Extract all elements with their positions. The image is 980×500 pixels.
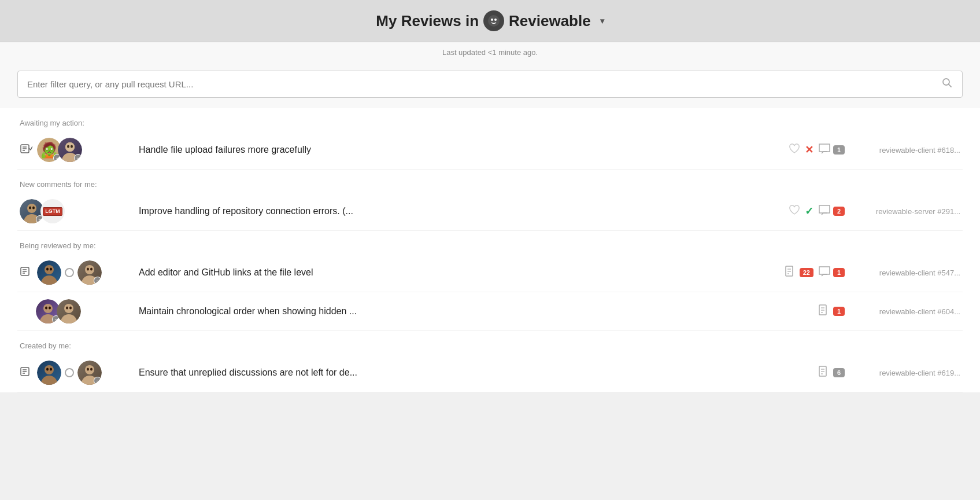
- comment-count-wrap: 1: [818, 143, 845, 157]
- svg-point-2: [494, 19, 497, 21]
- avatar-badge-minus2: −: [74, 154, 82, 162]
- pr-title[interactable]: Handle file upload failures more gracefu…: [130, 145, 741, 155]
- review-icon: [20, 265, 32, 281]
- comment-badge: 1: [833, 145, 845, 155]
- circle-icon: [65, 368, 74, 377]
- svg-point-22: [45, 265, 54, 274]
- comment-count-wrap: 1: [818, 266, 845, 280]
- logo-icon: [487, 14, 500, 27]
- avatars-row5: −: [20, 361, 130, 385]
- section-new-comments: New comments for me: − LGTM: [17, 170, 963, 231]
- avatars-row4: −: [20, 299, 130, 323]
- section-created-label: Created by me:: [17, 341, 963, 350]
- svg-point-29: [90, 268, 93, 271]
- svg-point-52: [46, 368, 49, 371]
- svg-point-14: [27, 204, 36, 213]
- comment-icon: [818, 266, 831, 280]
- svg-point-26: [85, 265, 94, 274]
- svg-point-40: [66, 307, 68, 310]
- avatar: −: [77, 361, 102, 385]
- header-dropdown[interactable]: ▾: [600, 16, 604, 25]
- svg-point-16: [29, 207, 31, 209]
- row-actions: 22 1: [741, 266, 845, 280]
- row-actions: 6: [741, 366, 845, 380]
- doc-badge: 22: [800, 268, 813, 277]
- repo-link[interactable]: reviewable-server #291...: [845, 207, 960, 216]
- svg-line-4: [949, 84, 952, 87]
- svg-point-28: [87, 268, 89, 271]
- pr-title[interactable]: Improve handling of repository connectio…: [130, 206, 741, 216]
- svg-point-37: [49, 307, 51, 310]
- row-actions: 1: [741, 304, 845, 319]
- row-actions: ✕ 1: [741, 143, 845, 157]
- heart-icon: [789, 205, 800, 218]
- svg-point-24: [46, 268, 49, 271]
- section-being-reviewed-label: Being reviewed by me:: [17, 241, 963, 250]
- search-input[interactable]: [27, 79, 941, 89]
- comment-badge: 1: [833, 268, 845, 277]
- avatars-row1: 🧟 − −: [20, 138, 130, 162]
- heart-icon: [789, 144, 800, 157]
- avatar: −: [77, 260, 102, 285]
- avatar: [37, 260, 61, 285]
- title-before-text: My Reviews in: [376, 12, 479, 30]
- last-updated-text: Last updated <1 minute ago.: [0, 42, 980, 65]
- review-icon: [20, 142, 32, 158]
- check-mark-icon: ✓: [805, 205, 813, 218]
- section-awaiting-label: Awaiting my action:: [17, 119, 963, 127]
- svg-point-39: [61, 314, 77, 323]
- svg-point-13: [71, 145, 73, 148]
- repo-link[interactable]: reviewable-client #604...: [845, 307, 960, 316]
- svg-point-25: [50, 268, 52, 271]
- avatar-lgtm: LGTM: [40, 199, 65, 223]
- header-title: My Reviews in Reviewable ▾: [376, 10, 604, 31]
- section-new-comments-label: New comments for me:: [17, 180, 963, 189]
- circle-icon: [65, 268, 74, 277]
- repo-link[interactable]: reviewable-client #547...: [845, 269, 960, 277]
- svg-point-17: [32, 207, 35, 209]
- svg-point-57: [90, 368, 93, 371]
- svg-point-23: [41, 275, 57, 285]
- lgtm-stamp: LGTM: [43, 207, 62, 216]
- svg-point-50: [45, 365, 54, 374]
- avatar-badge-row3: −: [94, 277, 102, 285]
- review-icon: [20, 365, 32, 381]
- svg-point-12: [67, 145, 69, 148]
- pr-title[interactable]: Ensure that unreplied discussions are no…: [130, 367, 741, 378]
- comment-count-wrap: 2: [818, 204, 845, 219]
- doc-icon: [818, 304, 829, 319]
- section-awaiting: Awaiting my action: 🧟 −: [17, 108, 963, 170]
- svg-point-38: [64, 304, 73, 313]
- table-row[interactable]: − LGTM Improve handling of repository co…: [17, 192, 963, 231]
- avatar: [57, 299, 81, 323]
- repo-link[interactable]: reviewable-client #618...: [845, 146, 960, 155]
- avatars-row3: −: [20, 260, 130, 285]
- comment-badge: 2: [833, 207, 845, 216]
- search-box: [17, 71, 963, 98]
- doc-badge: 1: [833, 307, 845, 316]
- app-header: My Reviews in Reviewable ▾: [0, 0, 980, 42]
- svg-point-11: [65, 142, 75, 152]
- row-actions: ✓ 2: [741, 204, 845, 219]
- avatar-badge-row5: −: [94, 377, 102, 385]
- table-row[interactable]: − Add editor and GitHub links at the fil…: [17, 253, 963, 292]
- x-mark-icon: ✕: [805, 144, 813, 156]
- pr-title[interactable]: Add editor and GitHub links at the file …: [130, 267, 741, 278]
- comment-icon: [818, 204, 831, 219]
- svg-point-34: [43, 304, 53, 313]
- pr-title[interactable]: Maintain chronological order when showin…: [130, 306, 741, 317]
- doc-icon: [818, 366, 829, 380]
- avatar: [37, 361, 61, 385]
- svg-point-41: [69, 307, 72, 310]
- svg-point-0: [488, 15, 500, 27]
- table-row[interactable]: 🧟 − − Handle fil: [17, 131, 963, 170]
- svg-point-51: [41, 376, 57, 385]
- table-row[interactable]: − Maintain chronological order when show…: [17, 292, 963, 331]
- svg-point-1: [491, 19, 493, 21]
- repo-link[interactable]: reviewable-client #619...: [845, 369, 960, 377]
- section-being-reviewed: Being reviewed by me:: [17, 231, 963, 331]
- search-icon: [941, 77, 953, 91]
- app-logo: [483, 10, 504, 31]
- comment-icon: [818, 143, 831, 157]
- table-row[interactable]: − Ensure that unreplied discussions are …: [17, 354, 963, 392]
